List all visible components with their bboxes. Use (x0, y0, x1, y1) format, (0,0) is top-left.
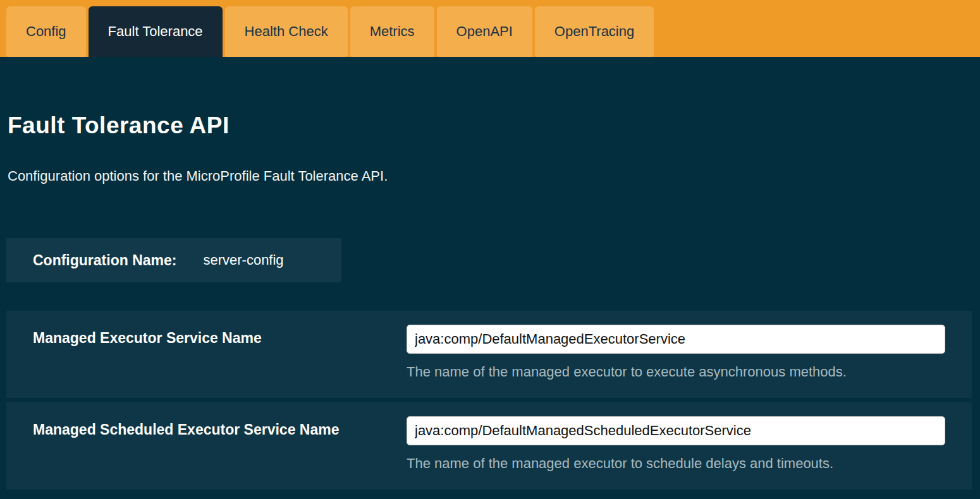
managed-scheduled-executor-help: The name of the managed executor to sche… (407, 455, 945, 472)
managed-scheduled-executor-label: Managed Scheduled Executor Service Name (6, 416, 407, 477)
tab-metrics[interactable]: Metrics (350, 6, 434, 57)
page-subtitle: Configuration options for the MicroProfi… (8, 168, 980, 184)
tab-bar: Config Fault Tolerance Health Check Metr… (0, 0, 980, 57)
page-title: Fault Tolerance API (8, 112, 980, 139)
tab-health-check[interactable]: Health Check (225, 6, 348, 57)
tab-config[interactable]: Config (6, 6, 86, 57)
form-rows: Managed Executor Service Name The name o… (0, 311, 980, 490)
managed-executor-input[interactable] (407, 325, 945, 354)
managed-executor-help: The name of the managed executor to exec… (407, 364, 945, 380)
managed-scheduled-executor-main: The name of the managed executor to sche… (407, 416, 972, 477)
tab-fault-tolerance[interactable]: Fault Tolerance (89, 6, 223, 57)
managed-scheduled-executor-input[interactable] (407, 416, 945, 445)
main-content: Fault Tolerance API Configuration option… (0, 112, 980, 490)
tab-openapi[interactable]: OpenAPI (437, 6, 532, 57)
configuration-name-panel: Configuration Name: server-config (6, 238, 341, 282)
managed-executor-label: Managed Executor Service Name (6, 325, 407, 385)
configuration-name-value: server-config (203, 252, 283, 268)
field-row-managed-scheduled-executor: Managed Scheduled Executor Service Name … (6, 402, 972, 490)
tab-opentracing[interactable]: OpenTracing (535, 6, 654, 57)
managed-executor-main: The name of the managed executor to exec… (407, 325, 972, 385)
field-row-managed-executor: Managed Executor Service Name The name o… (6, 311, 972, 398)
configuration-name-label: Configuration Name: (33, 252, 176, 269)
